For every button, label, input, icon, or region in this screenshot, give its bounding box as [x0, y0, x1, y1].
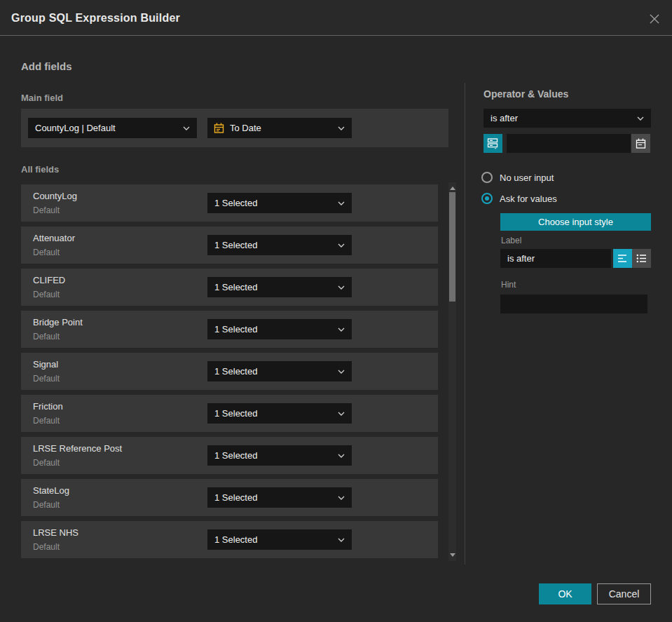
field-row-subtitle: Default: [33, 416, 60, 426]
field-row-name: LRSE Reference Post: [33, 443, 122, 454]
field-values-select-label: 1 Selected: [207, 534, 257, 545]
date-type-select[interactable]: To Date: [207, 118, 352, 138]
chevron-down-icon: [338, 412, 345, 416]
bullet-list-icon: [636, 254, 647, 263]
field-row: CountyLog Default 1 Selected: [21, 184, 438, 222]
field-row-subtitle: Default: [33, 542, 60, 552]
dialog-header: Group SQL Expression Builder: [0, 0, 672, 36]
hint-input[interactable]: [500, 295, 647, 313]
label-caption: Label: [501, 236, 521, 245]
field-row-name: CLIFED: [33, 275, 65, 285]
field-row-subtitle: Default: [33, 332, 60, 342]
scrollbar-up-arrow[interactable]: [450, 187, 455, 190]
field-values-select-label: 1 Selected: [207, 198, 257, 208]
field-row: LRSE Reference Post Default 1 Selected: [21, 437, 438, 474]
label-input[interactable]: [500, 249, 611, 268]
field-values-select[interactable]: 1 Selected: [207, 193, 352, 213]
field-values-select[interactable]: 1 Selected: [207, 445, 352, 466]
field-row-name: Friction: [33, 401, 63, 412]
field-values-select-label: 1 Selected: [207, 282, 257, 292]
chevron-down-icon: [338, 243, 345, 248]
chevron-down-icon: [637, 116, 644, 121]
operator-values-heading: Operator & Values: [484, 88, 568, 100]
field-values-select[interactable]: 1 Selected: [207, 529, 352, 550]
field-row-subtitle: Default: [33, 205, 60, 215]
field-values-select[interactable]: 1 Selected: [207, 235, 352, 255]
calendar-icon: [214, 123, 224, 134]
scrollbar-thumb[interactable]: [449, 192, 455, 302]
list-style-button[interactable]: [632, 249, 651, 268]
chevron-down-icon: [183, 126, 190, 130]
field-row: Bridge Point Default 1 Selected: [21, 311, 438, 348]
calendar-icon: [636, 138, 646, 149]
fields-list: CountyLog Default 1 Selected Attenuator …: [21, 184, 438, 563]
align-left-style-button[interactable]: [613, 249, 632, 268]
field-row: LRSE NHS Default 1 Selected: [21, 521, 438, 558]
stacked-values-icon: [487, 137, 499, 149]
all-fields-label: All fields: [21, 164, 59, 175]
scrollbar-down-arrow[interactable]: [450, 553, 455, 557]
cancel-button[interactable]: Cancel: [597, 583, 651, 604]
date-type-select-label: To Date: [224, 123, 261, 133]
chevron-down-icon: [338, 454, 345, 458]
field-values-select[interactable]: 1 Selected: [207, 319, 352, 339]
field-row-subtitle: Default: [33, 374, 60, 384]
field-values-select-label: 1 Selected: [207, 366, 257, 377]
close-button[interactable]: [645, 10, 664, 28]
main-field-select[interactable]: CountyLog | Default: [28, 118, 197, 138]
field-values-select[interactable]: 1 Selected: [207, 277, 352, 297]
operator-select[interactable]: is after: [484, 109, 651, 128]
hint-caption: Hint: [501, 280, 516, 290]
field-row-subtitle: Default: [33, 248, 60, 257]
ok-button[interactable]: OK: [539, 583, 591, 604]
field-row-name: Signal: [33, 359, 58, 370]
chevron-down-icon: [338, 538, 345, 542]
choose-input-style-button[interactable]: Choose input style: [500, 213, 651, 231]
main-field-label: Main field: [21, 93, 63, 103]
close-icon: [648, 13, 661, 25]
field-values-select[interactable]: 1 Selected: [207, 403, 352, 424]
group-sql-expression-builder-dialog: Group SQL Expression Builder Add fields …: [0, 0, 672, 622]
radio-label: No user input: [500, 173, 554, 183]
radio-label: Ask for values: [500, 194, 557, 204]
field-row-name: LRSE NHS: [33, 527, 78, 538]
field-values-select-label: 1 Selected: [207, 408, 257, 419]
field-row-subtitle: Default: [33, 458, 60, 468]
field-values-select-label: 1 Selected: [207, 240, 257, 250]
radio-circle: [481, 172, 493, 183]
field-row: StateLog Default 1 Selected: [21, 479, 438, 516]
field-row: Attenuator Default 1 Selected: [21, 227, 438, 264]
chevron-down-icon: [338, 201, 345, 205]
set-values-from-field-button[interactable]: [484, 134, 502, 153]
field-row: Signal Default 1 Selected: [21, 353, 438, 390]
radio-ask-for-values[interactable]: Ask for values: [481, 193, 557, 204]
chevron-down-icon: [338, 496, 345, 500]
main-field-select-label: CountyLog | Default: [28, 123, 116, 133]
chevron-down-icon: [338, 327, 345, 332]
radio-circle-checked: [481, 193, 493, 204]
section-divider: [465, 83, 465, 564]
field-row-name: StateLog: [33, 485, 69, 496]
field-values-select[interactable]: 1 Selected: [207, 487, 352, 508]
field-values-select[interactable]: 1 Selected: [207, 361, 352, 381]
value-input[interactable]: [507, 134, 631, 153]
chevron-down-icon: [338, 126, 345, 130]
add-fields-heading: Add fields: [21, 60, 72, 72]
field-values-select-label: 1 Selected: [207, 450, 257, 461]
field-row-subtitle: Default: [33, 290, 60, 299]
radio-no-user-input[interactable]: No user input: [481, 172, 554, 183]
calendar-button[interactable]: [631, 134, 650, 153]
operator-select-label: is after: [484, 113, 518, 123]
field-row-name: CountyLog: [33, 191, 77, 201]
field-row-subtitle: Default: [33, 500, 60, 510]
field-row-name: Attenuator: [33, 233, 75, 243]
field-row: CLIFED Default 1 Selected: [21, 269, 438, 306]
field-values-select-label: 1 Selected: [207, 492, 257, 503]
chevron-down-icon: [338, 370, 345, 374]
align-left-icon: [617, 254, 628, 263]
field-row: Friction Default 1 Selected: [21, 395, 438, 432]
dialog-title: Group SQL Expression Builder: [11, 0, 180, 36]
fields-scrollbar[interactable]: [448, 182, 456, 561]
field-values-select-label: 1 Selected: [207, 324, 257, 334]
field-row-name: Bridge Point: [33, 317, 83, 327]
